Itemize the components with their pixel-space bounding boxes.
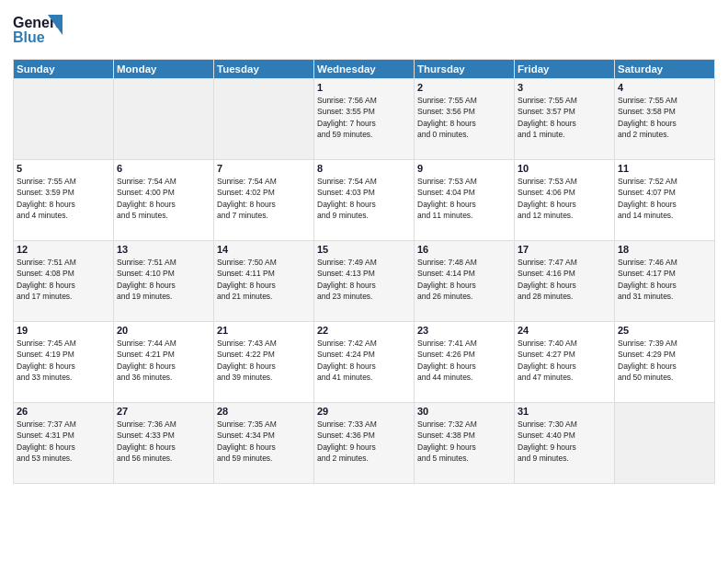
calendar-cell: 9Sunrise: 7:53 AM Sunset: 4:04 PM Daylig…	[415, 160, 515, 241]
day-info: Sunrise: 7:43 AM Sunset: 4:22 PM Dayligh…	[217, 338, 311, 383]
calendar-cell: 14Sunrise: 7:50 AM Sunset: 4:11 PM Dayli…	[214, 241, 314, 322]
calendar-table: SundayMondayTuesdayWednesdayThursdayFrid…	[13, 59, 715, 484]
day-number: 16	[417, 244, 511, 255]
calendar-week-row: 12Sunrise: 7:51 AM Sunset: 4:08 PM Dayli…	[14, 241, 715, 322]
day-number: 18	[618, 244, 711, 255]
day-number: 31	[518, 406, 611, 417]
calendar-cell	[114, 79, 214, 160]
day-number: 20	[117, 325, 210, 336]
day-number: 19	[17, 325, 110, 336]
day-header-wednesday: Wednesday	[314, 60, 415, 79]
day-number: 9	[417, 163, 511, 174]
calendar-cell: 11Sunrise: 7:52 AM Sunset: 4:07 PM Dayli…	[615, 160, 715, 241]
day-number: 13	[117, 244, 210, 255]
day-header-monday: Monday	[114, 60, 214, 79]
calendar-cell: 26Sunrise: 7:37 AM Sunset: 4:31 PM Dayli…	[14, 403, 114, 484]
calendar-cell: 29Sunrise: 7:33 AM Sunset: 4:36 PM Dayli…	[314, 403, 415, 484]
day-info: Sunrise: 7:55 AM Sunset: 3:56 PM Dayligh…	[417, 95, 511, 140]
day-info: Sunrise: 7:40 AM Sunset: 4:27 PM Dayligh…	[518, 338, 611, 383]
calendar-cell: 12Sunrise: 7:51 AM Sunset: 4:08 PM Dayli…	[14, 241, 114, 322]
day-info: Sunrise: 7:53 AM Sunset: 4:06 PM Dayligh…	[518, 176, 611, 221]
day-number: 25	[618, 325, 711, 336]
day-info: Sunrise: 7:41 AM Sunset: 4:26 PM Dayligh…	[417, 338, 511, 383]
calendar-cell: 16Sunrise: 7:48 AM Sunset: 4:14 PM Dayli…	[415, 241, 515, 322]
calendar-cell: 22Sunrise: 7:42 AM Sunset: 4:24 PM Dayli…	[314, 322, 415, 403]
calendar-cell: 17Sunrise: 7:47 AM Sunset: 4:16 PM Dayli…	[515, 241, 615, 322]
calendar-cell: 21Sunrise: 7:43 AM Sunset: 4:22 PM Dayli…	[214, 322, 314, 403]
day-info: Sunrise: 7:54 AM Sunset: 4:03 PM Dayligh…	[317, 176, 411, 221]
day-number: 4	[618, 82, 711, 93]
day-number: 12	[17, 244, 110, 255]
day-info: Sunrise: 7:54 AM Sunset: 4:02 PM Dayligh…	[217, 176, 311, 221]
calendar-cell: 30Sunrise: 7:32 AM Sunset: 4:38 PM Dayli…	[415, 403, 515, 484]
calendar-cell: 25Sunrise: 7:39 AM Sunset: 4:29 PM Dayli…	[615, 322, 715, 403]
calendar-cell: 28Sunrise: 7:35 AM Sunset: 4:34 PM Dayli…	[214, 403, 314, 484]
calendar-cell: 20Sunrise: 7:44 AM Sunset: 4:21 PM Dayli…	[114, 322, 214, 403]
logo-icon: General Blue	[13, 9, 63, 53]
day-info: Sunrise: 7:53 AM Sunset: 4:04 PM Dayligh…	[417, 176, 511, 221]
day-info: Sunrise: 7:54 AM Sunset: 4:00 PM Dayligh…	[117, 176, 210, 221]
day-number: 10	[518, 163, 611, 174]
day-number: 24	[518, 325, 611, 336]
day-number: 23	[417, 325, 511, 336]
svg-text:Blue: Blue	[13, 29, 45, 45]
calendar-cell: 27Sunrise: 7:36 AM Sunset: 4:33 PM Dayli…	[114, 403, 214, 484]
day-info: Sunrise: 7:48 AM Sunset: 4:14 PM Dayligh…	[417, 257, 511, 302]
day-number: 14	[217, 244, 311, 255]
calendar-cell: 31Sunrise: 7:30 AM Sunset: 4:40 PM Dayli…	[515, 403, 615, 484]
calendar-cell: 13Sunrise: 7:51 AM Sunset: 4:10 PM Dayli…	[114, 241, 214, 322]
day-number: 30	[417, 406, 511, 417]
calendar-cell: 8Sunrise: 7:54 AM Sunset: 4:03 PM Daylig…	[314, 160, 415, 241]
day-info: Sunrise: 7:45 AM Sunset: 4:19 PM Dayligh…	[17, 338, 110, 383]
day-number: 22	[317, 325, 411, 336]
day-info: Sunrise: 7:51 AM Sunset: 4:10 PM Dayligh…	[117, 257, 210, 302]
day-info: Sunrise: 7:55 AM Sunset: 3:57 PM Dayligh…	[518, 95, 611, 140]
day-header-thursday: Thursday	[415, 60, 515, 79]
day-number: 11	[618, 163, 711, 174]
header: General Blue	[13, 9, 715, 53]
day-info: Sunrise: 7:42 AM Sunset: 4:24 PM Dayligh…	[317, 338, 411, 383]
day-header-saturday: Saturday	[615, 60, 715, 79]
day-info: Sunrise: 7:50 AM Sunset: 4:11 PM Dayligh…	[217, 257, 311, 302]
calendar-cell: 5Sunrise: 7:55 AM Sunset: 3:59 PM Daylig…	[14, 160, 114, 241]
day-number: 2	[417, 82, 511, 93]
day-info: Sunrise: 7:37 AM Sunset: 4:31 PM Dayligh…	[17, 419, 110, 464]
day-info: Sunrise: 7:47 AM Sunset: 4:16 PM Dayligh…	[518, 257, 611, 302]
calendar-cell: 6Sunrise: 7:54 AM Sunset: 4:00 PM Daylig…	[114, 160, 214, 241]
calendar-cell: 4Sunrise: 7:55 AM Sunset: 3:58 PM Daylig…	[615, 79, 715, 160]
page: General Blue SundayMondayTuesdayWednesda…	[0, 0, 728, 563]
calendar-week-row: 1Sunrise: 7:56 AM Sunset: 3:55 PM Daylig…	[14, 79, 715, 160]
day-info: Sunrise: 7:33 AM Sunset: 4:36 PM Dayligh…	[317, 419, 411, 464]
day-number: 6	[117, 163, 210, 174]
calendar-week-row: 19Sunrise: 7:45 AM Sunset: 4:19 PM Dayli…	[14, 322, 715, 403]
day-info: Sunrise: 7:46 AM Sunset: 4:17 PM Dayligh…	[618, 257, 711, 302]
day-info: Sunrise: 7:39 AM Sunset: 4:29 PM Dayligh…	[618, 338, 711, 383]
day-info: Sunrise: 7:56 AM Sunset: 3:55 PM Dayligh…	[317, 95, 411, 140]
calendar-cell: 3Sunrise: 7:55 AM Sunset: 3:57 PM Daylig…	[515, 79, 615, 160]
day-number: 15	[317, 244, 411, 255]
day-number: 29	[317, 406, 411, 417]
calendar-cell: 2Sunrise: 7:55 AM Sunset: 3:56 PM Daylig…	[415, 79, 515, 160]
day-info: Sunrise: 7:35 AM Sunset: 4:34 PM Dayligh…	[217, 419, 311, 464]
day-info: Sunrise: 7:49 AM Sunset: 4:13 PM Dayligh…	[317, 257, 411, 302]
calendar-week-row: 26Sunrise: 7:37 AM Sunset: 4:31 PM Dayli…	[14, 403, 715, 484]
day-info: Sunrise: 7:55 AM Sunset: 3:59 PM Dayligh…	[17, 176, 110, 221]
calendar-cell: 24Sunrise: 7:40 AM Sunset: 4:27 PM Dayli…	[515, 322, 615, 403]
calendar-cell: 23Sunrise: 7:41 AM Sunset: 4:26 PM Dayli…	[415, 322, 515, 403]
day-info: Sunrise: 7:30 AM Sunset: 4:40 PM Dayligh…	[518, 419, 611, 464]
calendar-cell: 10Sunrise: 7:53 AM Sunset: 4:06 PM Dayli…	[515, 160, 615, 241]
day-number: 7	[217, 163, 311, 174]
day-header-friday: Friday	[515, 60, 615, 79]
calendar-cell: 7Sunrise: 7:54 AM Sunset: 4:02 PM Daylig…	[214, 160, 314, 241]
logo: General Blue	[13, 9, 63, 53]
day-info: Sunrise: 7:32 AM Sunset: 4:38 PM Dayligh…	[417, 419, 511, 464]
day-number: 8	[317, 163, 411, 174]
calendar-cell	[615, 403, 715, 484]
day-number: 1	[317, 82, 411, 93]
calendar-cell: 19Sunrise: 7:45 AM Sunset: 4:19 PM Dayli…	[14, 322, 114, 403]
day-number: 17	[518, 244, 611, 255]
day-number: 27	[117, 406, 210, 417]
calendar-cell	[214, 79, 314, 160]
calendar-header-row: SundayMondayTuesdayWednesdayThursdayFrid…	[14, 60, 715, 79]
day-number: 28	[217, 406, 311, 417]
